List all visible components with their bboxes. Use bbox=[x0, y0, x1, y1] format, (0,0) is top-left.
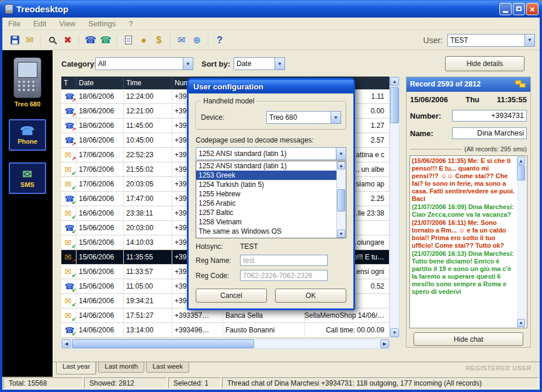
window-border-left bbox=[0, 18, 2, 392]
codepage-combo[interactable]: 1252 ANSI standard (latin 1) ▼ bbox=[196, 147, 346, 160]
codepage-option[interactable]: 1253 Greek bbox=[196, 171, 346, 180]
hotsync-row: Hotsync: TEST bbox=[196, 242, 346, 251]
tab-last-week[interactable]: Last week bbox=[146, 362, 189, 373]
table-vscrollbar[interactable]: ▲ ▼ bbox=[390, 77, 399, 338]
hide-chat-button[interactable]: Hide chat bbox=[414, 332, 523, 346]
cell-time: 23:38:11 bbox=[124, 206, 172, 220]
regname-input[interactable] bbox=[240, 255, 328, 266]
scroll-down-icon[interactable]: ▼ bbox=[517, 319, 525, 327]
category-combo[interactable]: All ▼ bbox=[95, 57, 193, 70]
report-icon bbox=[125, 36, 132, 44]
chat-scroll-thumb[interactable] bbox=[517, 165, 525, 181]
scroll-down-icon[interactable]: ▼ bbox=[337, 230, 345, 238]
ok-button[interactable]: OK bbox=[275, 289, 346, 303]
codepage-label: Codepage used to decode messages: bbox=[196, 136, 346, 144]
menu-settings[interactable]: Settings bbox=[88, 19, 116, 28]
sidebar-phone-button[interactable]: ☎ Phone bbox=[9, 119, 46, 151]
column-header-time[interactable]: Time bbox=[124, 77, 172, 89]
sms-button-label: SMS bbox=[20, 181, 34, 188]
delete-button[interactable]: ✖ bbox=[60, 33, 75, 48]
codepage-option[interactable]: 1256 Arabic bbox=[196, 199, 346, 208]
menu-file[interactable]: File bbox=[8, 19, 20, 28]
tab-last-month[interactable]: Last month bbox=[98, 362, 144, 373]
call-in-icon: ☎↙ bbox=[65, 281, 75, 292]
list-scroll-thumb[interactable] bbox=[337, 189, 345, 211]
sidebar: Treo 680 ☎ Phone ✉ SMS bbox=[2, 50, 53, 377]
tab-last-year[interactable]: Last year bbox=[56, 362, 96, 374]
cell-time: 10:45:00 bbox=[124, 133, 172, 147]
records-note-text: (All records: 295 sms) bbox=[464, 145, 527, 152]
coins-button[interactable]: ● bbox=[136, 33, 151, 48]
chevron-down-icon[interactable]: ▼ bbox=[524, 34, 534, 46]
column-header-date[interactable]: Date bbox=[77, 77, 124, 89]
table-row[interactable]: ✉↙14/06/200617:51:27+393357…Banca SellaS… bbox=[61, 308, 390, 323]
maximize-button[interactable] bbox=[513, 3, 525, 15]
toolbar-separator bbox=[208, 34, 209, 46]
codepage-option[interactable]: 1255 Hebrew bbox=[196, 189, 346, 199]
device-label: Device: bbox=[201, 113, 224, 122]
column-header-t[interactable]: T bbox=[61, 77, 77, 89]
codepage-option[interactable]: 1258 Vietnam bbox=[196, 217, 346, 227]
sms-in-icon: ✉↙ bbox=[65, 164, 75, 175]
sms-in-icon: ✉↙ bbox=[65, 237, 75, 248]
menu-help[interactable]: ? bbox=[128, 19, 133, 28]
app-icon bbox=[5, 4, 13, 14]
import-button[interactable]: ✉ bbox=[22, 33, 37, 48]
scroll-right-icon[interactable]: ▶ bbox=[380, 339, 389, 348]
group-legend: Handheld model bbox=[201, 97, 256, 105]
sidebar-sms-button[interactable]: ✉ SMS bbox=[9, 162, 46, 194]
sortby-combo[interactable]: Date ▼ bbox=[234, 57, 285, 70]
scroll-up-icon[interactable]: ▲ bbox=[390, 77, 399, 86]
device-keypad bbox=[18, 80, 37, 92]
status-panel-1: Showed: 2812 bbox=[84, 377, 167, 388]
search-button[interactable] bbox=[45, 33, 60, 48]
chat-scrollbar[interactable]: ▲ ▼ bbox=[517, 157, 526, 327]
codepage-option[interactable]: 1254 Turkish (latin 5) bbox=[196, 180, 346, 189]
menu-edit[interactable]: Edit bbox=[33, 19, 46, 28]
web-button[interactable]: ⊕ bbox=[189, 33, 204, 48]
user-combo[interactable]: TEST ▼ bbox=[447, 34, 535, 47]
codepage-option[interactable]: 1252 ANSI standard (latin 1) bbox=[196, 161, 346, 171]
chevron-down-icon[interactable]: ▼ bbox=[183, 58, 193, 70]
billing-button[interactable]: $ bbox=[151, 33, 166, 48]
vscroll-thumb[interactable] bbox=[390, 87, 399, 123]
report-button[interactable] bbox=[121, 33, 136, 48]
device-combo[interactable]: Treo 680 ▼ bbox=[266, 111, 341, 124]
chevron-down-icon[interactable]: ▼ bbox=[336, 148, 346, 159]
chevron-down-icon[interactable]: ▼ bbox=[275, 58, 284, 70]
codepage-option[interactable]: 1257 Baltic bbox=[196, 208, 346, 217]
cell-time: 20:03:05 bbox=[124, 177, 172, 191]
hscroll-thumb[interactable] bbox=[72, 339, 254, 348]
save-button[interactable] bbox=[7, 33, 22, 48]
scroll-left-icon[interactable]: ◀ bbox=[62, 339, 71, 348]
record-header: Record 2593 of 2812 bbox=[406, 77, 530, 92]
scroll-down-icon[interactable]: ▼ bbox=[390, 328, 399, 337]
codepage-option[interactable]: The same as Windows OS bbox=[196, 227, 346, 236]
list-scrollbar[interactable]: ▲▼ bbox=[336, 161, 346, 238]
scroll-up-icon[interactable]: ▲ bbox=[517, 157, 525, 165]
status-panel-0: Total: 15568 bbox=[4, 377, 83, 388]
phone-sms-button[interactable]: ☎ bbox=[98, 33, 113, 48]
minimize-button[interactable] bbox=[499, 3, 512, 15]
chat-message: (21/07/2006 16:09) Dina Marchesi: Ciao Z… bbox=[412, 203, 515, 218]
help-button[interactable]: ? bbox=[212, 33, 227, 48]
chat-message: (21/07/2006 16:13) Dina Marchesi: Tutto … bbox=[412, 250, 515, 296]
chevron-down-icon[interactable]: ▼ bbox=[331, 112, 341, 123]
sms-in-icon: ✉↙ bbox=[65, 296, 75, 306]
cell-text: SellaMemoShop 14/06/… bbox=[305, 308, 390, 322]
phone-button-label: Phone bbox=[18, 138, 37, 145]
phone-button[interactable]: ☎ bbox=[83, 33, 98, 48]
table-hscrollbar[interactable]: ◀ ▶ bbox=[61, 339, 390, 349]
hide-details-button[interactable]: Hide details bbox=[445, 56, 524, 71]
cancel-button[interactable]: Cancel bbox=[196, 289, 267, 303]
scroll-up-icon[interactable]: ▲ bbox=[337, 161, 345, 169]
close-button[interactable]: × bbox=[526, 3, 538, 15]
mail-button[interactable]: ✉ bbox=[174, 33, 189, 48]
menu-bar: FileEditViewSettings? bbox=[2, 18, 540, 30]
cell-time: 19:34:21 bbox=[124, 294, 172, 308]
toolbar-separator bbox=[79, 34, 79, 46]
menu-view[interactable]: View bbox=[59, 19, 75, 28]
category-value: All bbox=[96, 58, 183, 70]
table-row[interactable]: ☎↙14/06/200613:14:00+393496…Fausto Bonan… bbox=[61, 323, 390, 338]
regcode-input[interactable] bbox=[240, 270, 328, 281]
